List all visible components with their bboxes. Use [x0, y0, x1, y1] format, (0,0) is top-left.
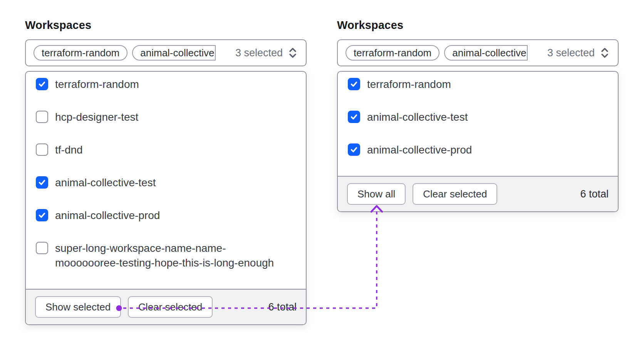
selected-tag-truncated: animal-collective: [132, 45, 216, 61]
option-label: animal-collective-test: [367, 110, 468, 125]
option-label: animal-collective-prod: [367, 143, 472, 157]
dropdown-footer: Show all Clear selected 6 total: [338, 176, 618, 211]
chevron-up-down-icon: [287, 47, 298, 59]
option-label: animal-collective-prod: [55, 208, 160, 223]
page-title: Workspaces: [337, 19, 619, 32]
selected-tag-truncated: animal-collective: [444, 45, 528, 61]
checkbox[interactable]: [348, 78, 360, 90]
option-super-long-workspace[interactable]: super-long-workspace-name-name- moooooor…: [36, 241, 296, 270]
workspaces-select-trigger[interactable]: terraform-random animal-collective 3 sel…: [25, 39, 307, 66]
option-label-line: mooooooree-testing-hope-this-is-long-eno…: [55, 256, 274, 270]
option-terraform-random[interactable]: terraform-random: [36, 77, 296, 92]
workspaces-dropdown: terraform-random animal-collective-test …: [337, 71, 619, 212]
option-label: hcp-designer-test: [55, 110, 138, 125]
checkbox[interactable]: [36, 242, 48, 254]
workspaces-multiselect-after: Workspaces terraform-random animal-colle…: [337, 19, 619, 212]
option-animal-collective-prod[interactable]: animal-collective-prod: [348, 143, 608, 157]
checkbox[interactable]: [36, 78, 48, 90]
checkbox[interactable]: [348, 143, 360, 156]
option-label: super-long-workspace-name-name- moooooor…: [55, 241, 274, 270]
selected-tag: terraform-random: [34, 45, 127, 61]
selection-summary: 3 selected: [547, 47, 610, 59]
options-list: terraform-random hcp-designer-test tf-dn…: [26, 72, 306, 289]
checkbox[interactable]: [36, 209, 48, 221]
option-label: terraform-random: [367, 77, 451, 92]
selected-count-label: 3 selected: [235, 47, 283, 59]
option-animal-collective-test[interactable]: animal-collective-test: [36, 175, 296, 190]
show-all-button[interactable]: Show all: [347, 183, 406, 205]
chevron-up-down-icon: [599, 47, 610, 59]
workspaces-select-trigger[interactable]: terraform-random animal-collective 3 sel…: [337, 39, 619, 66]
checkbox[interactable]: [36, 176, 48, 189]
show-selected-button[interactable]: Show selected: [35, 296, 121, 318]
workspaces-dropdown: terraform-random hcp-designer-test tf-dn…: [25, 71, 307, 325]
clear-selected-button[interactable]: Clear selected: [128, 296, 213, 318]
clear-selected-button[interactable]: Clear selected: [413, 183, 497, 205]
selected-count-label: 3 selected: [547, 47, 595, 59]
option-label: tf-dnd: [55, 143, 83, 157]
total-count-label: 6 total: [268, 301, 297, 313]
option-hcp-designer-test[interactable]: hcp-designer-test: [36, 110, 296, 125]
selection-summary: 3 selected: [235, 47, 298, 59]
dropdown-footer: Show selected Clear selected 6 total: [26, 289, 306, 324]
workspaces-multiselect-before: Workspaces terraform-random animal-colle…: [25, 19, 307, 325]
selected-tag: terraform-random: [345, 45, 439, 61]
option-tf-dnd[interactable]: tf-dnd: [36, 143, 296, 157]
option-label: terraform-random: [55, 77, 139, 92]
option-label: animal-collective-test: [55, 175, 156, 190]
checkbox[interactable]: [348, 111, 360, 123]
checkbox[interactable]: [36, 111, 48, 123]
option-label-line: super-long-workspace-name-name-: [55, 241, 274, 256]
page-title: Workspaces: [25, 19, 307, 32]
option-animal-collective-test[interactable]: animal-collective-test: [348, 110, 608, 125]
option-terraform-random[interactable]: terraform-random: [348, 77, 608, 92]
option-animal-collective-prod[interactable]: animal-collective-prod: [36, 208, 296, 223]
checkbox[interactable]: [36, 143, 48, 156]
total-count-label: 6 total: [580, 188, 609, 200]
options-list: terraform-random animal-collective-test …: [338, 72, 618, 176]
